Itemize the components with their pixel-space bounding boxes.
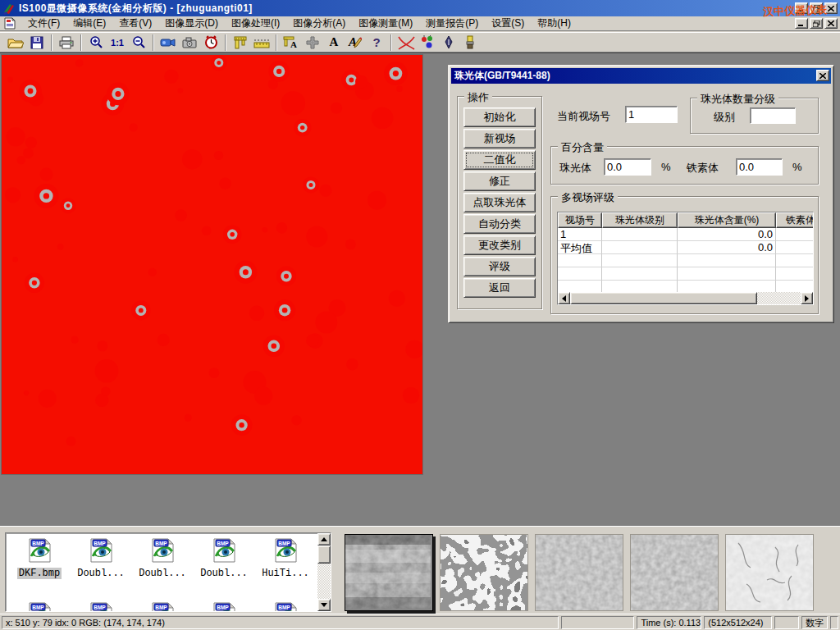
initialize-button[interactable]: 初始化 (463, 107, 536, 127)
mdi-workspace: 珠光体(GB/T9441-88) 操作 初始化 新视场 二值化 修正 点取珠光体… (0, 52, 840, 526)
grid-cross-icon[interactable] (302, 34, 323, 52)
title-bar: IS100显微摄像系统(金相分析版) - [zhuguangti01] (0, 0, 840, 16)
table-row[interactable]: 平均值 0.0 (558, 241, 813, 254)
pen-icon[interactable] (438, 34, 459, 52)
col-field-number[interactable]: 视场号 (558, 212, 602, 228)
toolbar-separator (80, 34, 82, 51)
menu-image-analysis[interactable]: 图像分析(A) (286, 16, 352, 31)
bmp-file-icon: BMP (210, 536, 238, 564)
file-item[interactable]: BMP DKF.bmp (9, 536, 70, 579)
pick-pearlite-button[interactable]: 点取珠光体 (463, 193, 536, 212)
grade-button[interactable]: 评级 (463, 257, 536, 276)
minimize-button[interactable] (795, 2, 808, 14)
scroll-right-arrow[interactable] (801, 292, 813, 304)
table-row-empty (558, 267, 813, 281)
help-icon[interactable]: ? (366, 34, 387, 52)
annotate-tool-icon[interactable]: A (345, 34, 366, 52)
col-ferrite[interactable]: 铁素体 (776, 212, 814, 228)
file-item[interactable]: BMP Doubl... (132, 536, 193, 579)
toolbar-separator (51, 34, 52, 51)
status-empty-3 (830, 616, 838, 629)
brush-icon[interactable] (459, 34, 481, 52)
menu-image-measure[interactable]: 图像测量(M) (352, 16, 419, 31)
thumbnail-4[interactable] (630, 534, 719, 611)
file-item[interactable]: BMP (132, 600, 193, 612)
close-button[interactable] (824, 2, 838, 14)
file-item[interactable]: BMP Doubl... (194, 536, 254, 579)
menu-view[interactable]: 查看(V) (112, 16, 158, 31)
file-name: HuiTi... (260, 568, 311, 579)
micrograph-image[interactable] (2, 55, 422, 474)
measure-text-icon[interactable]: A (281, 34, 302, 52)
thumbnail-2[interactable] (440, 534, 528, 611)
actual-size-icon[interactable]: 1:1 (107, 34, 128, 52)
svg-text:BMP: BMP (278, 541, 290, 546)
file-item[interactable]: BMP Doubl... (71, 536, 131, 579)
scroll-up-arrow[interactable] (317, 533, 331, 546)
menu-edit[interactable]: 编辑(E) (66, 16, 112, 31)
svg-text:BMP: BMP (94, 605, 106, 610)
scroll-thumb[interactable] (317, 546, 331, 564)
col-pearlite-grade[interactable]: 珠光体级别 (602, 212, 678, 228)
binarize-button[interactable]: 二值化 (463, 150, 536, 170)
menu-image-process[interactable]: 图像处理(I) (225, 16, 286, 31)
menu-image-display[interactable]: 图像显示(D) (158, 16, 225, 31)
camera-icon[interactable] (179, 34, 200, 52)
level-input[interactable] (751, 108, 795, 123)
bmp-file-icon: BMP (25, 600, 53, 612)
dialog-close-button[interactable] (816, 70, 829, 81)
menu-help[interactable]: 帮助(H) (531, 16, 578, 31)
thumbnail-5[interactable] (725, 534, 814, 611)
curve-analysis-icon[interactable] (395, 34, 417, 52)
video-camera-icon[interactable] (158, 34, 179, 52)
scroll-thumb[interactable] (570, 292, 757, 304)
save-icon[interactable] (26, 34, 48, 52)
caliper-icon[interactable] (230, 34, 251, 52)
ferrite-percent-input[interactable] (737, 159, 782, 175)
scroll-left-arrow[interactable] (558, 292, 570, 304)
open-file-icon[interactable] (5, 34, 26, 52)
cell-field: 1 (558, 228, 602, 241)
zoom-in-icon[interactable] (85, 34, 107, 52)
child-minimize-button[interactable] (795, 18, 808, 29)
correct-button[interactable]: 修正 (463, 171, 536, 191)
menu-settings[interactable]: 设置(S) (485, 16, 531, 31)
print-icon[interactable] (56, 34, 77, 52)
current-field-input[interactable] (626, 107, 677, 122)
file-item[interactable]: BMP (9, 600, 70, 612)
table-horizontal-scrollbar[interactable] (558, 292, 813, 304)
timer-clock-icon[interactable] (200, 34, 221, 52)
percent-group: 百分含量 珠光体 % 铁素体 % (550, 146, 819, 185)
toolbar-separator (153, 34, 154, 51)
zoom-out-icon[interactable] (128, 34, 149, 52)
dialog-title-bar[interactable]: 珠光体(GB/T9441-88) (451, 68, 831, 84)
pearlite-percent-input[interactable] (605, 159, 651, 175)
file-item[interactable]: BMP (194, 600, 254, 612)
bmp-file-icon: BMP (148, 536, 176, 564)
file-item[interactable]: BMP (255, 600, 316, 612)
child-close-button[interactable] (824, 18, 838, 29)
auto-classify-button[interactable]: 自动分类 (463, 214, 536, 234)
color-balls-icon[interactable] (417, 34, 438, 52)
table-row[interactable]: 1 0.0 (558, 228, 813, 241)
menu-measure-report[interactable]: 测量报告(P) (419, 16, 485, 31)
scroll-down-arrow[interactable] (317, 599, 331, 611)
svg-text:BMP: BMP (32, 605, 44, 610)
restore-button[interactable] (810, 2, 823, 14)
window-title: IS100显微摄像系统(金相分析版) - [zhuguangti01] (19, 2, 253, 16)
thumbnail-3[interactable] (535, 534, 623, 611)
ruler-icon[interactable] (251, 34, 272, 52)
child-restore-button[interactable] (810, 18, 823, 29)
change-class-button[interactable]: 更改类别 (463, 235, 536, 255)
file-item[interactable]: BMP HuiTi... (255, 536, 316, 579)
new-field-button[interactable]: 新视场 (463, 129, 536, 148)
menu-file[interactable]: 文件(F) (21, 16, 66, 31)
bmp-file-icon: BMP (272, 600, 299, 612)
thumbnail-1[interactable] (345, 534, 433, 611)
return-button[interactable]: 返回 (463, 278, 536, 298)
file-list-scrollbar[interactable] (317, 533, 331, 611)
pearlite-dialog: 珠光体(GB/T9441-88) 操作 初始化 新视场 二值化 修正 点取珠光体… (448, 65, 834, 323)
col-pearlite-content[interactable]: 珠光体含量(%) (678, 212, 776, 228)
file-item[interactable]: BMP (71, 600, 131, 612)
text-tool-icon[interactable]: A (323, 34, 345, 52)
